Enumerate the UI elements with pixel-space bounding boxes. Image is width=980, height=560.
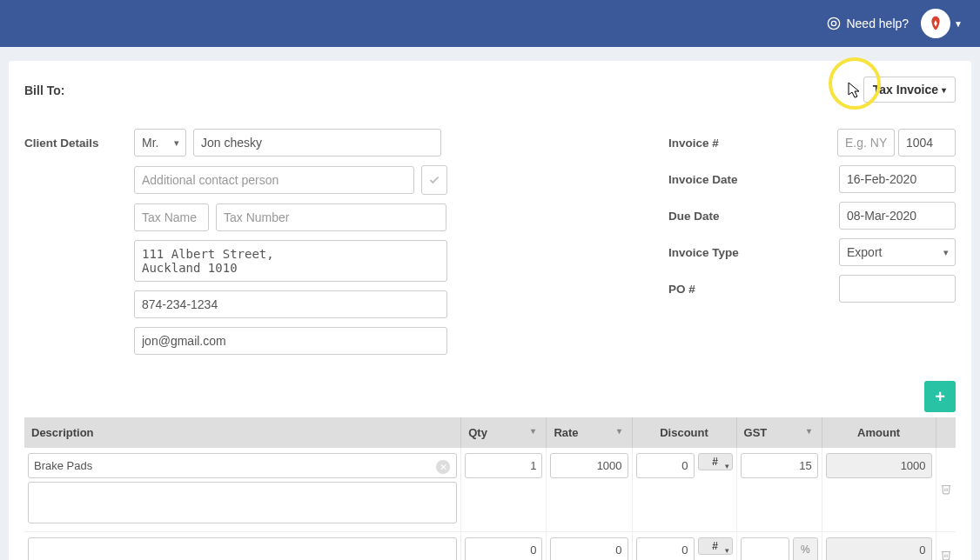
invoice-number-input[interactable] [898, 129, 956, 157]
chevron-down-icon[interactable]: ▾ [531, 426, 539, 436]
plus-icon: + [935, 387, 945, 407]
invoice-date-input[interactable] [839, 165, 956, 193]
address-input[interactable] [134, 240, 447, 282]
discount-type-select[interactable]: # [698, 537, 733, 555]
caret-down-icon: ▼ [954, 19, 963, 29]
invoice-panel: Bill To: Tax Invoice ▾ Client Details Mr… [9, 61, 971, 560]
avatar-drop-icon [926, 14, 945, 33]
avatar [921, 9, 950, 38]
svg-point-0 [829, 17, 840, 29]
invoice-date-label: Invoice Date [668, 173, 839, 186]
po-number-label: PO # [668, 283, 839, 296]
due-date-label: Due Date [668, 210, 839, 223]
invoice-template-label: Tax Invoice [873, 83, 938, 97]
line-rate-input[interactable] [550, 537, 628, 560]
invoice-template-dropdown[interactable]: Tax Invoice ▾ [863, 77, 956, 103]
col-actions [936, 417, 956, 448]
chevron-down-icon[interactable]: ▾ [617, 426, 625, 436]
help-label: Need help? [846, 17, 909, 30]
need-help-link[interactable]: Need help? [827, 17, 909, 30]
col-description: Description [24, 417, 461, 448]
table-row: # % [24, 532, 956, 561]
trash-icon[interactable] [940, 483, 952, 495]
discount-type-select[interactable]: # [698, 453, 733, 470]
client-details-section: Client Details Mr. [24, 129, 634, 363]
invoice-meta-section: Invoice # Invoice Date Due Date Invoice … [668, 129, 956, 363]
client-name-input[interactable] [193, 129, 441, 157]
line-discount-input[interactable] [636, 453, 695, 478]
phone-input[interactable] [134, 290, 447, 318]
po-number-input[interactable] [839, 275, 956, 303]
chevron-down-icon[interactable]: ▾ [807, 426, 815, 436]
client-details-label: Client Details [24, 137, 127, 150]
bill-to-label: Bill To: [14, 77, 64, 97]
col-qty: Qty▾ [461, 417, 547, 448]
line-amount-output [826, 453, 932, 478]
invoice-type-label: Invoice Type [668, 246, 839, 259]
svg-point-1 [832, 21, 836, 25]
table-row: ✕ # [24, 448, 956, 532]
invoice-prefix-input[interactable] [837, 129, 895, 157]
trash-icon[interactable] [940, 549, 952, 560]
additional-contact-input[interactable] [134, 166, 414, 194]
col-amount: Amount [822, 417, 936, 448]
confirm-contact-button[interactable] [421, 165, 447, 195]
line-items-table: Description Qty▾ Rate▾ Discount GST▾ Amo… [24, 417, 956, 560]
invoice-number-label: Invoice # [668, 137, 837, 150]
salutation-select[interactable]: Mr. [134, 129, 186, 157]
line-rate-input[interactable] [550, 453, 628, 478]
check-icon [428, 174, 440, 186]
tax-name-input[interactable] [134, 203, 209, 231]
col-discount: Discount [632, 417, 736, 448]
line-gst-input[interactable] [741, 453, 818, 478]
line-amount-output [826, 537, 932, 560]
email-input[interactable] [134, 327, 447, 355]
cursor-pointer-icon [848, 82, 862, 99]
tax-number-input[interactable] [216, 203, 446, 231]
add-line-button[interactable]: + [924, 381, 956, 412]
chevron-down-icon: ▾ [942, 85, 946, 95]
topbar: Need help? ▼ [0, 0, 980, 47]
line-qty-input[interactable] [465, 537, 542, 560]
line-gst-input[interactable] [741, 537, 789, 560]
line-notes-input[interactable] [28, 482, 457, 523]
line-qty-input[interactable] [465, 453, 542, 478]
help-icon [827, 17, 841, 30]
user-menu[interactable]: ▼ [921, 9, 963, 38]
col-rate: Rate▾ [547, 417, 632, 448]
col-gst: GST▾ [736, 417, 822, 448]
due-date-input[interactable] [839, 202, 956, 230]
line-desc-input[interactable] [28, 537, 457, 560]
line-desc-input[interactable] [28, 453, 457, 478]
line-discount-input[interactable] [636, 537, 695, 560]
gst-percent-suffix: % [793, 537, 818, 560]
invoice-type-select[interactable]: Export [839, 238, 956, 266]
